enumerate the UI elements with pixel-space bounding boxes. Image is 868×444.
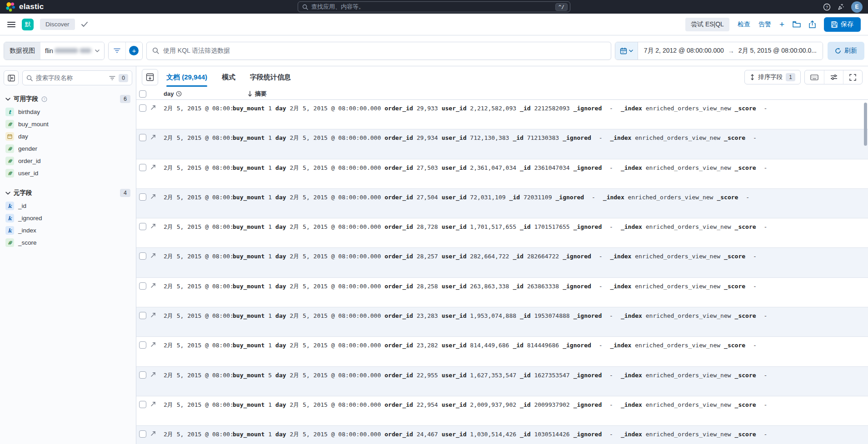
field-value-pair: buy_mount 1 (233, 134, 272, 141)
help-icon[interactable]: ? (823, 3, 831, 11)
summary-cell: buy_mount 1day 2月 5, 2015 @ 08:00:00.000… (233, 104, 868, 113)
field-value-pair: _id 282664722 (513, 253, 559, 260)
expand-row-button[interactable] (150, 164, 157, 170)
field-value-pair: _id 2009937902 (520, 401, 570, 408)
expand-row-button[interactable] (150, 430, 157, 437)
expand-row-button[interactable] (150, 223, 157, 229)
row-checkbox[interactable] (139, 430, 146, 438)
row-checkbox[interactable] (139, 371, 146, 379)
expand-row-button[interactable] (150, 312, 157, 318)
field-item-_index[interactable]: k_index (4, 224, 132, 237)
row-checkbox[interactable] (139, 252, 146, 260)
field-item-_id[interactable]: k_id (4, 200, 132, 212)
field-value-pair: _ignored - (563, 283, 606, 290)
date-start[interactable]: 7月 2, 2012 @ 08:00:00.000 (644, 47, 724, 55)
sort-fields-button[interactable]: 排序字段 1 (744, 70, 801, 84)
select-all-checkbox[interactable] (139, 90, 146, 98)
documents-table-body: 2月 5, 2015 @ 08:00:00.000buy_mount 1day … (136, 100, 868, 444)
field-value-pair: _id 2361047034 (520, 164, 570, 171)
table-row: 2月 5, 2015 @ 08:00:00.000buy_mount 1day … (136, 129, 868, 159)
refresh-button[interactable]: 刷新 (828, 42, 864, 60)
date-picker-menu-button[interactable] (615, 42, 638, 59)
field-value-pair: buy_mount 1 (233, 312, 272, 319)
day-column-header[interactable]: day (164, 90, 233, 97)
date-end[interactable]: 2月 5, 2015 @ 08:00:00.0... (738, 47, 817, 55)
row-checkbox[interactable] (139, 282, 146, 290)
expand-row-button[interactable] (150, 341, 157, 348)
field-item-gender[interactable]: #gender (4, 143, 132, 155)
breadcrumb[interactable]: Discover (40, 19, 75, 30)
expand-row-button[interactable] (150, 401, 157, 407)
refresh-label: 刷新 (844, 47, 857, 55)
field-item-buy_mount[interactable]: #buy_mount (4, 118, 132, 130)
field-filter-icon[interactable] (109, 76, 115, 80)
field-item-order_id[interactable]: #order_id (4, 155, 132, 167)
fullscreen-button[interactable] (843, 70, 862, 84)
row-checkbox[interactable] (139, 164, 146, 171)
row-checkbox[interactable] (139, 223, 146, 230)
brand-name: elastic (19, 2, 44, 11)
content-area: 搜索字段名称 0 可用字段?6tbirthday#buy_mountday#ge… (0, 66, 868, 444)
keyboard-shortcuts-button[interactable] (805, 70, 824, 84)
save-button[interactable]: 保存 (824, 17, 861, 32)
newsfeed-icon[interactable] (837, 3, 845, 11)
field-value-pair: _id 712130383 (513, 134, 559, 141)
expand-row-button[interactable] (150, 104, 157, 111)
try-esql-button[interactable]: 尝试 ES|QL (685, 18, 729, 31)
row-checkbox[interactable] (139, 312, 146, 319)
field-value-pair: day 2月 5, 2015 @ 08:00:00.000 (275, 312, 381, 319)
display-options-button[interactable] (824, 70, 843, 84)
vertical-scrollbar[interactable] (864, 103, 867, 146)
expand-row-button[interactable] (150, 252, 157, 259)
row-checkbox[interactable] (139, 341, 146, 349)
field-value-pair: day 2月 5, 2015 @ 08:00:00.000 (275, 372, 381, 379)
row-checkbox[interactable] (139, 134, 146, 141)
sort-fields-label: 排序字段 (758, 73, 783, 81)
tab-field-statistics[interactable]: 字段统计信息 (250, 71, 291, 84)
display-options-icon (830, 74, 838, 80)
field-item-_score[interactable]: #_score (4, 237, 132, 249)
open-folder-icon[interactable] (793, 21, 801, 28)
add-filter-button[interactable]: + (125, 42, 142, 59)
kql-query-input[interactable]: 使用 KQL 语法筛选数据 (146, 42, 611, 60)
collapse-sidebar-button[interactable] (4, 70, 19, 85)
tab-patterns[interactable]: 模式 (222, 71, 235, 84)
data-view-select[interactable]: flin (40, 42, 104, 59)
field-name: gender (18, 145, 37, 152)
header-right-cluster: ? E (823, 1, 863, 13)
field-item-day[interactable]: day (4, 130, 132, 143)
elastic-logo[interactable]: elastic (5, 2, 44, 12)
new-session-button[interactable]: + (779, 20, 784, 29)
field-item-birthday[interactable]: tbirthday (4, 106, 132, 118)
field-section-header[interactable]: 可用字段?6 (5, 95, 130, 103)
row-checkbox[interactable] (139, 104, 146, 112)
alerts-link[interactable]: 告警 (758, 20, 771, 29)
user-avatar[interactable]: E (851, 1, 863, 13)
expand-row-button[interactable] (150, 134, 157, 140)
global-search-input[interactable]: 查找应用、内容等。 ^/ (298, 1, 570, 12)
filter-button[interactable] (109, 42, 125, 59)
sort-count-badge: 1 (786, 73, 795, 81)
expand-row-button[interactable] (150, 193, 157, 200)
inspect-link[interactable]: 检查 (738, 20, 750, 29)
row-checkbox[interactable] (139, 401, 146, 408)
field-search-input[interactable]: 搜索字段名称 0 (22, 70, 132, 85)
day-header-label: day (164, 90, 174, 97)
field-item-_ignored[interactable]: k_ignored (4, 212, 132, 224)
toggle-chart-button[interactable] (142, 69, 158, 85)
expand-row-button[interactable] (150, 371, 157, 378)
kql-placeholder: 使用 KQL 语法筛选数据 (163, 47, 230, 55)
redacted-text (55, 48, 78, 53)
query-bar: 数据视图 flin + 使用 KQL 语法筛选数据 (0, 35, 868, 66)
menu-icon[interactable] (7, 21, 15, 28)
summary-column-header[interactable]: 摘要 (233, 90, 868, 98)
field-item-user_id[interactable]: #user_id (4, 167, 132, 179)
share-icon[interactable] (809, 20, 816, 28)
expand-row-button[interactable] (150, 282, 157, 289)
space-badge[interactable]: 默 (22, 19, 34, 30)
field-section-header[interactable]: 元字段4 (5, 189, 130, 197)
tab-documents[interactable]: 文档 (29,944) (166, 71, 207, 84)
field-name: buy_mount (18, 121, 49, 128)
row-checkbox[interactable] (139, 193, 146, 201)
info-icon[interactable]: ? (41, 96, 47, 102)
